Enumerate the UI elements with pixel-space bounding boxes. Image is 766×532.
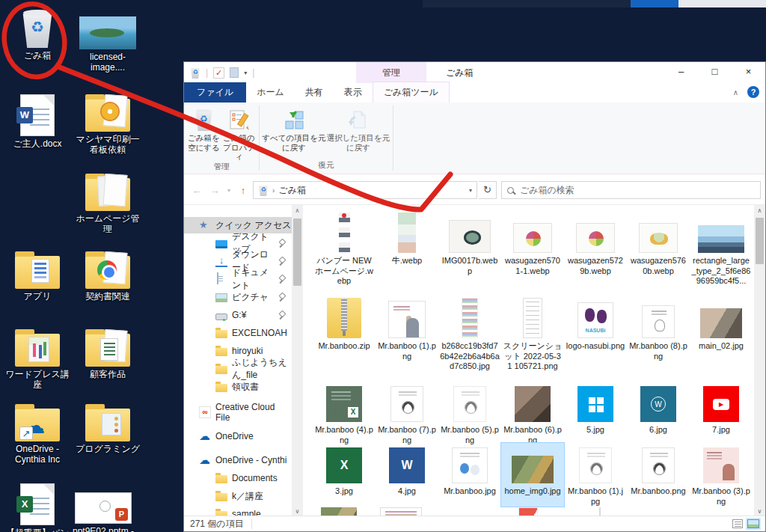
desktop-icon-programming-folder[interactable]: プログラミング xyxy=(73,401,142,454)
desktop-icon-onedrive-folder[interactable]: ☁↗ OneDrive - Cynthia Inc xyxy=(3,401,72,465)
restore-selected-items-button[interactable]: 選択した項目を元に戻す xyxy=(326,106,390,160)
restore-all-items-button[interactable]: すべての項目を元に戻す xyxy=(262,106,326,160)
thumbnail-view-icon[interactable] xyxy=(747,519,759,528)
main-scrollbar-thumb[interactable] xyxy=(756,218,764,264)
quick-access-check-icon[interactable]: ✓ xyxy=(213,67,224,79)
address-bar[interactable]: ♻ › ごみ箱 ▾ xyxy=(253,181,477,199)
tab-recycle-bin-tools[interactable]: ごみ箱ツール xyxy=(373,82,450,103)
properties-icon xyxy=(228,108,251,132)
quick-access-customize-caret-icon[interactable]: ▾ xyxy=(244,70,247,76)
file-item[interactable]: Mr.banboo.jpg xyxy=(438,443,501,507)
search-box[interactable] xyxy=(501,181,761,199)
nav-scrollbar-thumb[interactable] xyxy=(293,218,301,286)
content-area: ★クイック アクセス デスクトップ ↓ダウンロード ドキュメント ピクチャ G:… xyxy=(184,204,765,517)
desktop-icon-word-doc[interactable]: W ご主人.docx xyxy=(3,94,72,149)
file-item[interactable]: Mr.banboo.png xyxy=(627,443,690,507)
file-item[interactable]: Mr.banboo (3).png xyxy=(690,443,753,507)
file-item[interactable]: Mr.banboo (5).png xyxy=(438,382,501,445)
nav-item-g-drive[interactable]: G:¥ xyxy=(184,307,292,323)
help-icon[interactable]: ? xyxy=(747,86,759,98)
nav-item-pictures[interactable]: ピクチャ xyxy=(184,289,292,305)
desktop-icon-wordpress-kouza-folder[interactable]: ワードプレス講座 xyxy=(3,326,72,390)
file-item[interactable]: ▶7.jpg xyxy=(690,382,753,445)
maximize-button[interactable]: □ xyxy=(698,62,732,83)
list-view-icon[interactable] xyxy=(732,519,743,528)
nav-item-fujiyouchien[interactable]: ふじようちえん_file xyxy=(184,361,292,377)
file-item[interactable]: X3.jpg xyxy=(313,443,376,507)
nav-item-onedrive-cynthia[interactable]: ☁OneDrive - Cynthi xyxy=(184,452,292,468)
nav-item-k-kouza[interactable]: k／講座 xyxy=(184,488,292,504)
minimize-button[interactable]: – xyxy=(664,62,698,83)
desktop-icon-kokyaku-folder[interactable]: 顧客作品 xyxy=(73,326,142,379)
desktop-icon-homepage-kanri-folder[interactable]: ホームページ管理 xyxy=(73,171,142,234)
collapse-ribbon-icon[interactable]: ∧ xyxy=(733,88,738,97)
nav-item-ryoshusho[interactable]: 領収書 xyxy=(184,379,292,395)
file-item[interactable]: wasugazen5701-1.webp xyxy=(501,213,564,287)
recent-locations-caret-icon[interactable]: ▾ xyxy=(224,187,233,194)
forward-button[interactable]: → xyxy=(206,185,223,196)
file-item[interactable]: IMG0017b.webp xyxy=(438,213,501,287)
tab-share[interactable]: 共有 xyxy=(295,82,334,103)
title-bar[interactable]: ♻ | ✓ ▾ | 管理 ごみ箱 – □ × xyxy=(184,62,765,83)
close-button[interactable]: × xyxy=(732,62,765,83)
quick-access-doc-icon[interactable] xyxy=(230,67,239,78)
file-item[interactable]: main_02.jpg xyxy=(690,298,753,372)
file-item[interactable]: rectangle_large_type_2_5f6e8696959bc4f5.… xyxy=(690,213,753,287)
recycle-bin-properties-button[interactable]: ごみ箱のプロパティ xyxy=(221,106,257,162)
refresh-button[interactable]: ↻ xyxy=(479,181,497,199)
tab-file[interactable]: ファイル xyxy=(184,82,246,103)
desktop-icon-recycle-bin[interactable]: ♻ ごみ箱 xyxy=(3,9,72,61)
background-window-edge-blue xyxy=(631,0,678,7)
file-item[interactable]: Mr.banboo (1).png xyxy=(376,298,438,372)
ribbon-group-manage: ♻ ごみ箱を空にする ごみ箱のプロパティ 管理 xyxy=(184,103,259,174)
restore-selected-icon xyxy=(347,108,370,132)
file-item[interactable]: Mr.banboo (6).png xyxy=(501,382,564,445)
address-dropdown-caret-icon[interactable]: ▾ xyxy=(469,187,472,194)
scroll-up-icon[interactable]: ∧ xyxy=(292,205,303,216)
group-label-manage: 管理 xyxy=(184,162,259,174)
tab-view[interactable]: 表示 xyxy=(334,82,373,103)
desktop-icon-ppt-file[interactable]: P ppt9E02.pptm - xyxy=(69,492,138,532)
nav-item-documents-od[interactable]: Documents xyxy=(184,470,292,486)
file-item[interactable]: Mr.banboo (7).png xyxy=(376,382,438,445)
desktop-icon-licensed-image[interactable]: licensed-image.... xyxy=(73,16,142,73)
file-item[interactable]: Mr.banboo.zip xyxy=(313,298,376,372)
desktop-icon-excel-bamboo[interactable]: X 【超重要】バンブー xyxy=(3,483,72,532)
nav-item-excelnoah[interactable]: EXCELNOAH xyxy=(184,325,292,341)
nav-item-creative-cloud[interactable]: ∞Creative Cloud File xyxy=(184,404,292,421)
file-item[interactable]: スクリーンショット 2022-05-31 105721.png xyxy=(501,298,564,372)
desktop-icon-mashiyama-folder[interactable]: マシヤマ印刷一看板依頼 xyxy=(73,91,142,155)
explorer-window: ♻ | ✓ ▾ | 管理 ごみ箱 – □ × ファイル ホーム 共有 表示 ごみ… xyxy=(183,61,766,532)
scroll-up-icon[interactable]: ∧ xyxy=(754,205,765,216)
address-recycle-bin-icon: ♻ xyxy=(258,184,269,196)
empty-recycle-bin-button[interactable]: ♻ ごみ箱を空にする xyxy=(186,106,221,162)
youtube-play-icon: ▶ xyxy=(713,399,729,410)
up-button[interactable]: ↑ xyxy=(235,185,251,196)
file-item[interactable]: バンブー NEW ホームページ.webp xyxy=(313,213,376,287)
file-item[interactable]: b268cc19b3fd76b42e2b6a4b6ad7c850.jpg xyxy=(438,298,501,372)
file-item[interactable]: Mr.banboo (8).png xyxy=(627,298,690,372)
nav-scrollbar[interactable]: ∧ ∨ xyxy=(292,205,303,517)
file-row: バンブー NEW ホームページ.webp 牛.webp IMG0017b.web… xyxy=(313,213,753,287)
desktop-icon-app-folder[interactable]: アプリ xyxy=(3,248,72,302)
file-item[interactable]: 5.jpg xyxy=(564,382,627,445)
file-item[interactable]: W6.jpg xyxy=(627,382,690,445)
file-item[interactable]: wasugazen5760b.webp xyxy=(627,213,690,287)
tab-home[interactable]: ホーム xyxy=(246,82,295,103)
file-item[interactable]: Mr.banboo (1).jpg xyxy=(564,443,627,507)
file-item[interactable]: XMr.banboo (4).png xyxy=(313,382,376,445)
file-item[interactable]: logo-nasubi.png xyxy=(564,298,627,372)
drive-icon xyxy=(215,314,227,320)
file-item-selected[interactable]: home_img0.jpg xyxy=(501,443,564,507)
file-item[interactable]: W4.jpg xyxy=(376,443,438,507)
desktop-icon-keiyakusho-folder[interactable]: 契約書関連 xyxy=(73,248,142,302)
nav-item-documents[interactable]: ドキュメント xyxy=(184,271,292,287)
nav-item-onedrive[interactable]: ☁OneDrive xyxy=(184,428,292,444)
file-item[interactable]: wasugazen5729b.webp xyxy=(564,213,627,287)
file-thumbnail xyxy=(339,213,350,253)
main-scrollbar[interactable]: ∧ ∨ xyxy=(754,205,765,517)
breadcrumb[interactable]: ごみ箱 xyxy=(278,184,306,197)
file-item[interactable]: 牛.webp xyxy=(376,213,438,287)
search-input[interactable] xyxy=(518,184,755,196)
back-button[interactable]: ← xyxy=(189,185,205,196)
